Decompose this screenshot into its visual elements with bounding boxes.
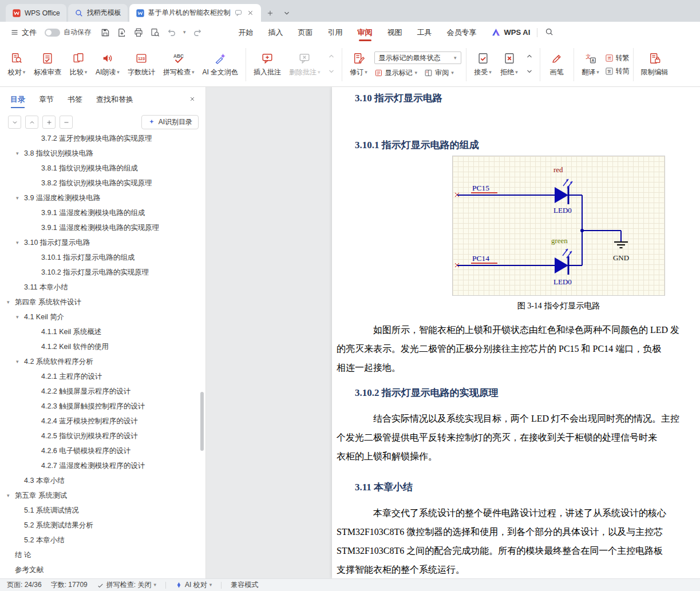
word-count-status[interactable]: 字数: 17709 (51, 580, 88, 590)
toc-item[interactable]: 3.9.1 温湿度检测模块电路的实现原理 (0, 220, 205, 235)
toc-item[interactable]: 5.2 本章小结 (0, 533, 205, 548)
save-button[interactable] (100, 27, 110, 38)
toc-item[interactable]: ▾4.1 Keil 简介 (0, 310, 205, 324)
ribbon-to-simplified-button[interactable]: 繁转简 (605, 66, 630, 76)
toc-item[interactable]: ▾3.10 指示灯显示电路 (0, 235, 205, 250)
toc-item[interactable]: 5.1 系统调试情况 (0, 503, 205, 518)
toc-item[interactable]: 3.8.1 指纹识别模块电路的组成 (0, 161, 205, 176)
ai-proofread-status[interactable]: AI 校对▾ (175, 580, 212, 590)
display-marks-select[interactable]: 显示标记的最终状态▾ (374, 51, 461, 64)
document-page[interactable]: 3.10 指示灯显示电路 3.10.1 指示灯显示电路的组成 PC15redLE… (332, 87, 700, 578)
ai-recognize-toc-button[interactable]: AI识别目录 (141, 115, 199, 129)
tab-list-button[interactable] (279, 4, 294, 22)
tab-wps-office[interactable]: WPS Office (6, 4, 66, 22)
toc-collapse-icon[interactable]: ▾ (7, 299, 15, 305)
new-tab-button[interactable] (263, 4, 278, 22)
menu-tab-view[interactable]: 视图 (381, 24, 409, 41)
ribbon-compare-button[interactable]: 比较▾ (65, 46, 92, 83)
nav-tab-catalog[interactable]: 目录 (10, 94, 25, 105)
toc-item[interactable]: 3.11 本章小结 (0, 280, 205, 295)
toc-item[interactable]: 3.7.2 蓝牙控制模块电路的实现原理 (0, 133, 205, 146)
print-preview-button[interactable] (150, 27, 160, 38)
menu-tab-tools[interactable]: 工具 (411, 24, 438, 41)
toc-item[interactable]: 4.1.2 Keil 软件的使用 (0, 339, 205, 354)
ribbon-review-pane-button[interactable]: 审阅▾ (424, 68, 454, 78)
toc-item[interactable]: ▾3.9 温湿度检测模块电路 (0, 191, 205, 205)
toc-item[interactable]: 4.1.1 Keil 系统概述 (0, 324, 205, 339)
toc-item[interactable]: ▾3.8 指纹识别模块电路 (0, 146, 205, 161)
close-tab-icon[interactable] (246, 9, 255, 17)
toc-expand-all-button[interactable] (42, 116, 56, 129)
toc-collapse-all-button[interactable] (60, 116, 73, 129)
review-ribbon: 校对▾标准审查比较▾AI朗读▾123字数统计ABC拼写检查▾AI 全文润色插入批… (0, 43, 700, 87)
toc-item[interactable]: ▾4.2 系统软件程序分析 (0, 354, 205, 369)
sidebar-scrollbar-thumb[interactable] (200, 392, 204, 451)
wps-ai-button[interactable]: WPS AI (491, 27, 531, 37)
ribbon-ai-read-button[interactable]: AI朗读▾ (92, 46, 124, 83)
toc-item[interactable]: 4.2.3 触摸屏触摸控制程序的设计 (0, 399, 205, 414)
toc-item[interactable]: 3.8.2 指纹识别模块电路的实现原理 (0, 176, 205, 191)
nav-tab-find-replace[interactable]: 查找和替换 (96, 94, 133, 105)
ribbon-insert-comment-button[interactable]: 插入批注 (250, 46, 285, 83)
menu-tab-review[interactable]: 审阅 (351, 24, 379, 41)
toc-item-label: 3.8.2 指纹识别模块电路的实现原理 (41, 179, 152, 188)
tab-document-label: 基于单片机的智能衣柜控制 (148, 8, 231, 18)
toc-item[interactable]: ▾第四章 系统软件设计 (0, 295, 205, 310)
close-pane-button[interactable] (188, 95, 196, 105)
ribbon-ink-pen-button[interactable]: 画笔 (544, 46, 570, 83)
menu-tab-insert[interactable]: 插入 (262, 24, 290, 41)
toc-collapse-up-button[interactable] (25, 116, 38, 129)
spell-check-status[interactable]: 拼写检查: 关闭▾ (97, 580, 156, 590)
toc-item[interactable]: 参考文献 (0, 562, 205, 577)
toc-item[interactable]: 3.10.2 指示灯显示电路的实现原理 (0, 265, 205, 280)
toc-item[interactable]: 4.2.5 指纹识别模块程序的设计 (0, 429, 205, 443)
toc-collapse-icon[interactable]: ▾ (16, 195, 24, 201)
ribbon-reject-button[interactable]: 拒绝▾ (496, 46, 523, 83)
toc-collapse-icon[interactable]: ▾ (16, 240, 24, 245)
print-button[interactable] (133, 27, 144, 38)
toc-collapse-icon[interactable]: ▾ (7, 493, 15, 498)
search-button[interactable] (544, 27, 554, 38)
ribbon-accept-button[interactable]: 接受▾ (470, 46, 496, 83)
ribbon-proofread-button[interactable]: 校对▾ (3, 46, 30, 83)
export-pdf-button[interactable] (117, 27, 127, 38)
menu-tab-page[interactable]: 页面 (292, 24, 319, 41)
nav-tab-bookmark[interactable]: 书签 (68, 94, 82, 105)
autosave-switch[interactable] (45, 29, 60, 37)
toc-collapse-icon[interactable]: ▾ (16, 359, 24, 364)
ai-recognize-toc-label: AI识别目录 (159, 117, 192, 127)
toc-item[interactable]: 5.2 系统测试结果分析 (0, 518, 205, 533)
change-nav-previous-button[interactable] (525, 53, 533, 62)
toc-item[interactable]: 4.2.1 主程序的设计 (0, 369, 205, 384)
toc-item[interactable]: 4.2.7 温湿度检测模块程序的设计 (0, 458, 205, 473)
menu-tab-member[interactable]: 会员专享 (441, 24, 483, 41)
toc-item[interactable]: 4.2.6 电子锁模块程序的设计 (0, 443, 205, 458)
ribbon-restrict-edit-button[interactable]: 限制编辑 (637, 46, 673, 83)
ribbon-spell-check-button[interactable]: ABC拼写检查▾ (159, 46, 199, 83)
toc-collapse-icon[interactable]: ▾ (16, 150, 24, 156)
toc-collapse-icon[interactable]: ▾ (16, 314, 24, 320)
menu-tab-reference[interactable]: 引用 (322, 24, 349, 41)
ribbon-translate-button[interactable]: 文A翻译▾ (578, 46, 604, 83)
toc-item[interactable]: 4.3 本章小结 (0, 473, 205, 488)
toc-item[interactable]: 4.2.4 蓝牙模块控制程序的设计 (0, 414, 205, 429)
ribbon-word-count-button[interactable]: 123字数统计 (124, 46, 159, 83)
toc-item[interactable]: 结 论 (0, 548, 205, 562)
file-menu-button[interactable]: 文件 (7, 25, 40, 40)
toc-item[interactable]: ▾第五章 系统测试 (0, 488, 205, 503)
tab-document[interactable]: 基于单片机的智能衣柜控制 (129, 4, 261, 22)
ribbon-standard-review-button[interactable]: 标准审查 (30, 46, 65, 83)
ribbon-show-marks-button[interactable]: 显示标记▾ (374, 68, 418, 78)
autosave-toggle[interactable]: 自动保存 (45, 27, 91, 37)
ribbon-track-changes-button[interactable]: 修订▾ (346, 46, 372, 83)
ribbon-ai-polish-button[interactable]: AI 全文润色 (198, 46, 242, 83)
change-nav-next-button[interactable] (525, 67, 533, 77)
toc-expand-down-button[interactable] (8, 116, 21, 129)
toc-item[interactable]: 3.9.1 温湿度检测模块电路的组成 (0, 205, 205, 220)
toc-item[interactable]: 4.2.2 触摸屏显示程序的设计 (0, 384, 205, 399)
ribbon-to-traditional-button[interactable]: 简转繁 (605, 53, 630, 63)
nav-tab-chapter[interactable]: 章节 (39, 94, 54, 105)
toc-item[interactable]: 3.10.1 指示灯显示电路的组成 (0, 250, 205, 265)
menu-tab-start[interactable]: 开始 (232, 24, 260, 41)
tab-docer[interactable]: 找稻壳模板 (68, 4, 128, 22)
